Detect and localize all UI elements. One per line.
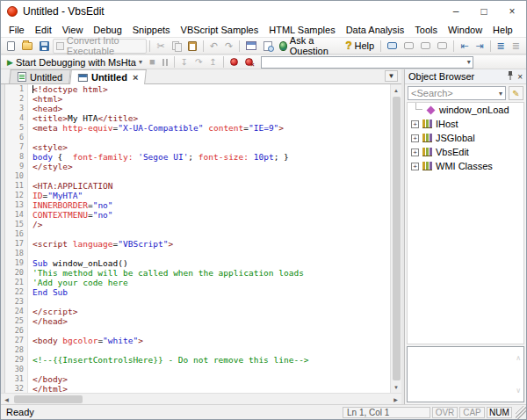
uncomment-button[interactable] [401,39,417,54]
block-uncomment-button[interactable] [434,39,451,54]
code-line[interactable]: 'This method will be called when the app… [32,268,390,278]
tab-untitled-hta[interactable]: Untitled × [69,69,147,84]
minimize-button[interactable]: – [442,1,470,22]
code-lines[interactable]: <!doctype html><html><head><title>My HTA… [28,84,390,393]
expand-icon[interactable]: + [411,134,419,142]
object-search-input[interactable]: <Search> ▾ [408,86,506,100]
horizontal-scrollbar[interactable]: ◀ ▶ [1,393,401,404]
tree-item-wmi-classes[interactable]: +WMI Classes [408,159,523,173]
form-preview-button[interactable] [242,39,260,54]
menu-debug[interactable]: Debug [88,24,126,36]
save-button[interactable] [36,39,53,54]
start-debugging-button[interactable]: ▶ Start Debugging with MsHta ▾ [4,54,146,69]
code-line[interactable]: CONTEXTMENU="no" [32,210,390,220]
code-line[interactable] [32,345,390,355]
tab-untitled-script[interactable]: Untitled [9,69,71,83]
resize-grip[interactable] [516,406,526,419]
code-line[interactable]: <!doctype html> [32,84,390,94]
code-line[interactable]: </head> [32,316,390,326]
search-options-button[interactable]: ✎ [509,86,523,100]
cap-indicator[interactable]: CAP [459,407,485,418]
menu-vbscript-samples[interactable]: VBScript Samples [176,24,264,36]
code-line[interactable]: 'Add your code here [32,278,390,287]
cut-button[interactable]: ✂ [153,39,168,54]
scroll-down-icon[interactable]: ▼ [391,381,402,393]
horizontal-scroll-thumb[interactable] [14,395,83,403]
toggle-bookmark-button[interactable]: ≣ [494,39,509,54]
copy-button[interactable] [169,39,184,54]
scroll-left-icon[interactable]: ◀ [1,394,12,405]
menu-view[interactable]: View [57,24,89,36]
pause-button[interactable] [159,54,171,69]
tree-item-ihost[interactable]: +IHost [408,117,523,131]
code-line[interactable]: </body> [32,374,390,384]
help-button[interactable]: ? Help [342,39,378,54]
menu-html-samples[interactable]: HTML Samples [264,24,340,36]
tree-item-jsglobal[interactable]: +JSGlobal [408,131,523,145]
tab-close-icon[interactable]: × [133,72,138,83]
code-line[interactable]: </script> [32,307,390,316]
clear-bookmarks-button[interactable]: ≣ [509,39,523,54]
code-line[interactable]: /> [32,220,390,229]
remove-breakpoints-button[interactable] [242,54,256,69]
object-tree[interactable]: window_onLoad+IHost+JSGlobal+VbsEdit+WMI… [407,102,524,344]
open-file-button[interactable] [18,39,36,54]
ovr-indicator[interactable]: OVR [432,407,458,418]
code-line[interactable]: <html> [32,94,390,104]
expand-icon[interactable]: + [411,148,419,156]
code-line[interactable] [32,229,390,239]
vertical-scrollbar[interactable]: ▲ ▼ [390,84,401,393]
code-line[interactable] [32,365,390,374]
expand-icon[interactable]: + [411,163,419,170]
num-indicator[interactable]: NUM [487,407,512,418]
code-line[interactable]: <style> [32,142,390,152]
stop-debugging-button[interactable]: ■ [146,54,159,69]
menu-help[interactable]: Help [487,24,518,36]
code-line[interactable] [32,133,390,142]
panel-close-icon[interactable]: × [517,72,523,82]
menu-data-analysis[interactable]: Data Analysis [341,24,410,36]
code-line[interactable]: <meta http-equiv="X-UA-Compatible" conte… [32,123,390,133]
debug-context-combobox[interactable]: ▾ [261,56,473,69]
outdent-button[interactable]: ⇤ [457,39,472,54]
code-line[interactable]: </style> [32,162,390,171]
code-line[interactable]: <script language="VBScript"> [32,239,390,249]
menu-window[interactable]: Window [443,24,487,36]
paste-button[interactable] [184,39,200,54]
code-line[interactable]: Sub window_onLoad() [32,258,390,268]
find-in-files-button[interactable] [260,39,276,54]
search-dropdown-icon[interactable]: ▾ [499,90,502,98]
code-line[interactable] [32,297,390,307]
convert-to-exe-button[interactable]: Convert Into Executable [53,39,147,54]
code-line[interactable]: <body bgcolor="white"> [32,336,390,345]
new-file-button[interactable] [4,39,18,54]
pin-icon[interactable] [507,71,514,82]
code-line[interactable] [32,171,390,181]
maximize-button[interactable]: □ [470,1,498,22]
scroll-right-icon[interactable]: ▶ [390,394,401,405]
close-button[interactable]: × [498,1,526,22]
expand-icon[interactable]: + [411,120,419,128]
code-line[interactable]: </html> [32,384,390,393]
menu-file[interactable]: File [4,24,30,36]
code-line[interactable]: <title>My HTA</title> [32,113,390,123]
code-line[interactable]: <HTA:APPLICATION [32,181,390,191]
code-line[interactable]: End Sub [32,287,390,297]
code-line[interactable] [32,249,390,258]
code-line[interactable] [32,326,390,336]
code-line[interactable]: body { font-family: 'Segoe UI'; font-siz… [32,152,390,162]
code-line[interactable]: <!--{{InsertControlsHere}} - Do not remo… [32,355,390,365]
code-editor[interactable]: 1234567891011121314151617181920212223242… [1,84,401,393]
debug-target-dropdown-icon[interactable]: ▾ [139,58,142,66]
menu-edit[interactable]: Edit [30,24,57,36]
block-comment-button[interactable] [417,39,434,54]
scroll-up-icon[interactable]: ▲ [391,84,402,96]
indent-button[interactable]: ⇥ [472,39,487,54]
toggle-breakpoint-button[interactable] [227,54,242,69]
menu-tools[interactable]: Tools [409,24,443,36]
undo-button[interactable]: ↶ [206,39,221,54]
code-line[interactable]: INNERBORDER="no" [32,200,390,210]
step-over-button[interactable]: ↷ [191,54,206,69]
tree-item-window_onload[interactable]: window_onLoad [408,103,523,117]
tab-list-dropdown-button[interactable]: ▼ [385,70,398,82]
